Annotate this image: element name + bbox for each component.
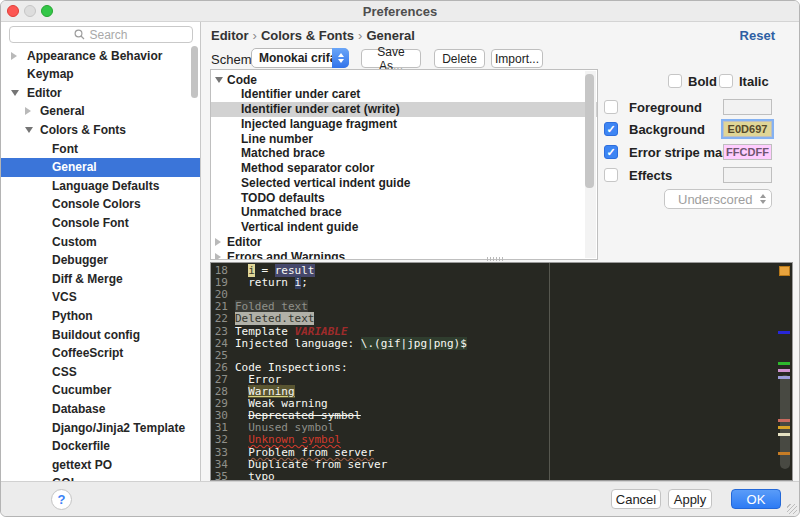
error-stripe-mark [778,452,790,455]
attribute-item[interactable]: Errors and Warnings [211,249,597,260]
attribute-item[interactable]: Identifier under caret [211,87,597,102]
chevron-down-icon[interactable] [11,90,19,96]
error-stripe-swatch[interactable]: FFCDFF [723,144,772,160]
titlebar: Preferences [1,1,799,22]
breadcrumb-colors-fonts[interactable]: Colors & Fonts [261,28,354,43]
foreground-swatch[interactable] [723,99,772,115]
attribute-item[interactable]: Line number [211,131,597,146]
attribute-item[interactable]: Matched brace [211,146,597,161]
sidebar-scrollbar-thumb[interactable] [191,46,198,98]
sidebar-item[interactable]: Font [1,139,201,158]
effects-swatch[interactable] [723,167,772,183]
preview-segment [235,373,248,386]
foreground-checkbox[interactable] [604,100,618,114]
chevron-right-icon[interactable] [25,107,31,115]
attribute-item-label: Selected vertical indent guide [241,176,410,190]
bold-checkbox[interactable] [668,74,682,88]
sidebar-item-label: Buildout config [52,328,140,342]
attribute-item[interactable]: Unmatched brace [211,205,597,220]
attribute-item[interactable]: Vertical indent guide [211,220,597,235]
sidebar-item[interactable]: Django/Jinja2 Template [1,418,201,437]
sidebar-item[interactable]: gettext PO [1,455,201,474]
effect-type-select: Underscored [664,189,772,209]
reset-link[interactable]: Reset [740,28,775,43]
background-checkbox[interactable]: ✓ [604,122,618,136]
sidebar-item[interactable]: Buildout config [1,325,201,344]
preview-segment-error: Error [248,373,281,386]
sidebar-item[interactable]: Colors & Fonts [1,120,201,139]
sidebar-item[interactable]: Keymap [1,65,201,84]
italic-checkbox[interactable] [719,74,733,88]
attribute-item[interactable]: Selected vertical indent guide [211,175,597,190]
apply-button[interactable]: Apply [668,489,712,509]
resize-grip[interactable] [787,504,797,514]
preview-line: 27 Error [211,374,776,386]
sidebar-item[interactable]: Custom [1,232,201,251]
scheme-select[interactable]: Monokai crifan [251,48,349,68]
error-stripe-column[interactable] [776,263,792,480]
attribute-item[interactable]: Identifier under caret (write) [211,102,597,117]
delete-button[interactable]: Delete [434,49,485,68]
sidebar-item[interactable]: CSS [1,362,201,381]
attribute-item-label: Unmatched brace [241,205,342,219]
preview-segment [235,470,248,481]
preview-line: 19 return i; [211,277,776,289]
attribute-item-label: Editor [227,235,262,249]
attribute-item[interactable]: Method separator color [211,161,597,176]
foreground-label: Foreground [629,100,702,115]
sidebar-item[interactable]: Console Colors [1,195,201,214]
effects-checkbox[interactable] [604,168,618,182]
preview-segment: Weak warning [235,397,328,410]
sidebar-item[interactable]: VCS [1,288,201,307]
chevron-right-icon[interactable] [215,238,221,246]
save-as-button[interactable]: Save As... [361,49,421,68]
preview-segment [235,264,248,277]
sidebar-item-label: Font [52,142,78,156]
sidebar-item[interactable]: Language Defaults [1,176,201,195]
attribute-scrollbar-thumb[interactable] [585,74,594,188]
error-stripe-mark [778,362,790,365]
breadcrumb-editor[interactable]: Editor [211,28,249,43]
sidebar-item[interactable]: Editor [1,83,201,102]
attribute-item[interactable]: Editor [211,234,597,249]
sidebar-item-label: Diff & Merge [52,272,123,286]
sidebar-item[interactable]: Diff & Merge [1,269,201,288]
background-swatch[interactable]: E0D697 [723,121,772,137]
sidebar-item[interactable]: GQL [1,474,201,481]
line-number: 25 [211,350,228,362]
splitter-grip-icon[interactable] [487,257,503,261]
import-button[interactable]: Import... [491,49,543,68]
preview-segment-deprecated: Deprecated symbol [248,409,361,422]
sidebar-item-label: CSS [52,365,77,379]
sidebar-item[interactable]: Console Font [1,213,201,232]
sidebar-item[interactable]: Python [1,306,201,325]
help-button[interactable]: ? [51,489,72,510]
sidebar-item-label: Colors & Fonts [40,123,126,137]
search-input[interactable]: Search [9,26,193,43]
error-stripe-checkbox[interactable]: ✓ [604,145,618,159]
attribute-item[interactable]: Injected language fragment [211,116,597,131]
sidebar-item[interactable]: CoffeeScript [1,344,201,363]
ok-button[interactable]: OK [731,489,781,509]
sidebar-item[interactable]: Dockerfile [1,437,201,456]
chevron-down-icon[interactable] [25,127,33,133]
sidebar-item[interactable]: Debugger [1,251,201,270]
chevron-down-icon[interactable] [215,77,223,83]
sidebar-item[interactable]: Cucumber [1,381,201,400]
preview-line: 35 typo [211,471,776,481]
effects-label: Effects [629,168,672,183]
error-stripe-mark [778,419,790,422]
attribute-scrollbar-track[interactable] [585,71,596,258]
attribute-item[interactable]: Code [211,72,597,87]
sidebar-item[interactable]: Appearance & Behavior [1,46,201,65]
window-title: Preferences [1,4,799,19]
editor-preview[interactable]: 18 i = result19 return i;2021Folded text… [210,262,793,481]
preview-segment [235,433,248,446]
sidebar-item[interactable]: General [1,102,201,121]
sidebar-item[interactable]: General [1,158,201,177]
sidebar-item[interactable]: Database [1,399,201,418]
chevron-right-icon[interactable] [215,253,221,261]
attribute-item[interactable]: TODO defaults [211,190,597,205]
cancel-button[interactable]: Cancel [611,489,661,509]
chevron-right-icon[interactable] [11,52,17,60]
